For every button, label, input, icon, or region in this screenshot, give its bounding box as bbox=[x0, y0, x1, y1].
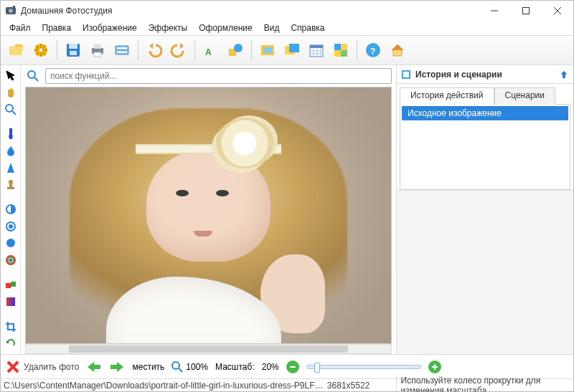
history-list[interactable]: Исходное изображение bbox=[400, 104, 570, 190]
svg-point-63 bbox=[172, 362, 179, 369]
separator bbox=[138, 40, 138, 60]
image-canvas[interactable] bbox=[25, 87, 392, 344]
collage-button[interactable] bbox=[329, 39, 352, 62]
svg-rect-14 bbox=[69, 44, 77, 49]
svg-rect-55 bbox=[11, 282, 16, 287]
crop-tool[interactable] bbox=[4, 320, 18, 333]
menu-file[interactable]: Файл bbox=[4, 21, 37, 34]
scale-label: Масштаб: bbox=[215, 362, 255, 372]
rotate-tool[interactable] bbox=[4, 338, 18, 350]
minimize-button[interactable] bbox=[479, 1, 510, 21]
fit-screen-button[interactable]: местить bbox=[132, 362, 164, 372]
zoom-in-button[interactable] bbox=[428, 360, 441, 373]
separator bbox=[251, 40, 252, 60]
save-button[interactable] bbox=[62, 39, 85, 62]
window-title: Домашняя Фотостудия bbox=[21, 6, 479, 16]
panel-icon bbox=[401, 70, 411, 80]
brush-tool[interactable] bbox=[4, 128, 18, 140]
home-button[interactable] bbox=[386, 39, 409, 62]
svg-rect-15 bbox=[70, 51, 77, 55]
menu-edit[interactable]: Правка bbox=[37, 21, 77, 34]
dodge-tool[interactable] bbox=[4, 204, 18, 216]
delete-photo-button[interactable]: Удалить фото bbox=[6, 360, 79, 373]
redo-button[interactable] bbox=[167, 39, 190, 62]
svg-rect-60 bbox=[403, 72, 409, 77]
svg-rect-4 bbox=[523, 8, 530, 14]
svg-line-42 bbox=[12, 111, 16, 115]
scrollbar-thumb[interactable] bbox=[69, 345, 348, 353]
photo-mouth bbox=[194, 231, 212, 236]
saturation-tool[interactable] bbox=[4, 220, 18, 232]
hand-tool[interactable] bbox=[4, 86, 18, 98]
help-button[interactable]: ? bbox=[362, 39, 385, 62]
svg-point-50 bbox=[6, 239, 15, 247]
delete-label: Удалить фото bbox=[24, 362, 79, 372]
effects-gallery-button[interactable] bbox=[281, 39, 304, 62]
center-area bbox=[21, 65, 396, 354]
stamp-tool[interactable] bbox=[4, 178, 18, 191]
scanner-button[interactable] bbox=[110, 39, 133, 62]
svg-point-12 bbox=[39, 49, 43, 52]
menu-effects[interactable]: Эффекты bbox=[143, 21, 194, 34]
close-button[interactable] bbox=[542, 1, 573, 21]
frame-button[interactable] bbox=[256, 39, 279, 62]
maximize-button[interactable] bbox=[510, 1, 542, 21]
sharpen-tool[interactable] bbox=[4, 162, 18, 174]
text-button[interactable]: A bbox=[199, 39, 222, 62]
svg-text:A: A bbox=[205, 47, 212, 57]
menu-image[interactable]: Изображение bbox=[77, 21, 143, 34]
pin-icon[interactable] bbox=[559, 70, 569, 80]
panel-title: История и сценарии bbox=[415, 70, 559, 80]
print-button[interactable] bbox=[86, 39, 109, 62]
calendar-button[interactable] bbox=[305, 39, 328, 62]
svg-rect-37 bbox=[334, 44, 341, 50]
tab-history[interactable]: История действий bbox=[400, 87, 494, 105]
photo-flower bbox=[216, 118, 273, 168]
app-icon bbox=[5, 5, 17, 16]
drop-tool[interactable] bbox=[4, 145, 18, 157]
shapes-button[interactable] bbox=[224, 39, 247, 62]
replace-color-tool[interactable] bbox=[4, 279, 18, 291]
svg-rect-38 bbox=[341, 50, 347, 57]
left-tool-strip bbox=[1, 65, 21, 354]
main-toolbar: A ? bbox=[1, 35, 573, 65]
open-button[interactable] bbox=[5, 39, 28, 62]
status-bar: C:\Users\ContentManager\Downloads\portra… bbox=[1, 378, 573, 391]
svg-point-24 bbox=[234, 44, 243, 52]
history-item[interactable]: Исходное изображение bbox=[402, 106, 568, 120]
undo-button[interactable] bbox=[143, 39, 166, 62]
rainbow-tool[interactable] bbox=[4, 254, 18, 266]
fit-pct: 100% bbox=[186, 362, 208, 372]
zoom-slider-thumb[interactable] bbox=[314, 363, 320, 373]
right-panel: История и сценарии История действий Сцен… bbox=[396, 65, 573, 354]
gradient-tool[interactable] bbox=[4, 295, 18, 307]
tint-tool[interactable] bbox=[4, 237, 18, 249]
search-input[interactable] bbox=[45, 68, 392, 84]
prev-image-button[interactable] bbox=[86, 360, 102, 373]
horizontal-scrollbar[interactable] bbox=[25, 344, 392, 354]
zoom-tool[interactable] bbox=[4, 103, 18, 115]
status-hint: Используйте колесо прокрутки для изменен… bbox=[396, 376, 573, 393]
magnifier-icon bbox=[171, 361, 183, 373]
next-image-button[interactable] bbox=[109, 360, 125, 373]
menu-design[interactable]: Оформление bbox=[193, 21, 258, 34]
separator bbox=[194, 40, 195, 60]
zoom-out-button[interactable] bbox=[286, 360, 299, 373]
svg-point-1 bbox=[9, 9, 13, 13]
svg-point-53 bbox=[9, 259, 12, 262]
menu-view[interactable]: Вид bbox=[258, 21, 286, 34]
svg-rect-18 bbox=[94, 52, 101, 57]
svg-rect-56 bbox=[6, 297, 15, 306]
zoom-slider[interactable] bbox=[306, 365, 421, 369]
zoom-100-button[interactable]: 100% bbox=[171, 361, 208, 373]
photo-eye-right bbox=[216, 190, 229, 196]
svg-text:?: ? bbox=[370, 47, 375, 57]
pointer-tool[interactable] bbox=[4, 70, 18, 82]
delete-icon bbox=[6, 360, 19, 373]
separator bbox=[357, 40, 357, 60]
menu-help[interactable]: Справка bbox=[285, 21, 330, 34]
catalog-button[interactable] bbox=[29, 39, 52, 62]
svg-line-58 bbox=[34, 77, 38, 81]
scale-value: 20% bbox=[262, 362, 279, 372]
tab-scenarios[interactable]: Сценарии bbox=[494, 87, 555, 105]
